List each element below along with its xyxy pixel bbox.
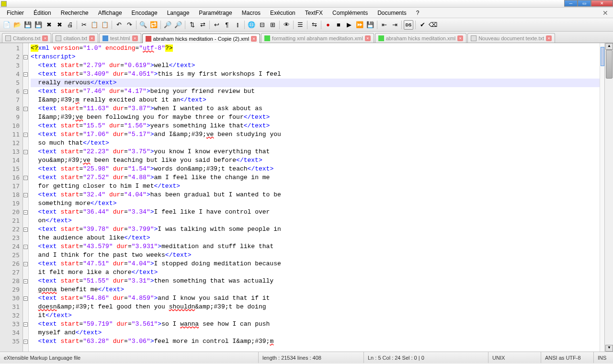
minimize-button[interactable]: ─ xyxy=(564,0,578,7)
tab-close-icon[interactable]: × xyxy=(89,35,95,41)
minimap[interactable] xyxy=(600,43,604,352)
code-line[interactable]: <text start="54.86" dur="4.859">and I kn… xyxy=(31,294,600,303)
abc-icon[interactable]: ✔ xyxy=(418,20,427,30)
tab-close-icon[interactable]: × xyxy=(251,36,257,42)
hide-lines-icon[interactable]: 👁 xyxy=(282,20,291,30)
tab-close-icon[interactable]: × xyxy=(457,35,463,41)
zoom-out-icon[interactable]: 🔎 xyxy=(173,20,183,30)
stop-macro-icon[interactable]: ■ xyxy=(334,20,343,30)
close-icon[interactable]: ✖ xyxy=(44,20,54,30)
code-line[interactable]: I&amp;#39;ve been following you for mayb… xyxy=(31,113,600,122)
code-line[interactable]: it</text> xyxy=(31,311,600,320)
tab-nouveau-document-texte-txt[interactable]: Nouveau document texte.txt× xyxy=(467,33,555,43)
code-line[interactable]: <text start="15.5" dur="1.56">years some… xyxy=(31,122,600,130)
save-icon[interactable]: 💾 xyxy=(23,20,33,30)
unfold-icon[interactable]: ⊞ xyxy=(268,20,277,30)
tab-close-icon[interactable]: × xyxy=(42,35,48,41)
find-icon[interactable]: 🔍 xyxy=(138,20,148,30)
code-line[interactable]: something more</text> xyxy=(31,199,600,208)
show-all-icon[interactable]: ¶ xyxy=(222,20,232,30)
code-line[interactable]: <text start="63.28" dur="3.06">feel more… xyxy=(31,337,600,346)
func-list-icon[interactable]: ☰ xyxy=(295,20,305,30)
code-line[interactable]: you&amp;#39;ve been teaching but like yo… xyxy=(31,156,600,165)
menubar-close-icon[interactable]: ✕ xyxy=(600,9,611,17)
record-macro-icon[interactable]: ● xyxy=(323,20,333,30)
dspell-icon[interactable]: DS xyxy=(404,20,413,30)
redo-icon[interactable]: ↷ xyxy=(125,20,134,30)
new-file-icon[interactable]: 📄 xyxy=(2,20,11,30)
menu-macros[interactable]: Macros xyxy=(237,8,265,18)
save-macro-icon[interactable]: 💾 xyxy=(365,20,375,30)
menu-édition[interactable]: Édition xyxy=(29,8,56,18)
code-line[interactable]: <text start="47.51" dur="4.04">I stopped… xyxy=(31,260,600,268)
menu-compléments[interactable]: Compléments xyxy=(328,8,373,18)
code-line[interactable]: and I think for the past two weeks</text… xyxy=(31,251,600,260)
lang-icon[interactable]: 🌐 xyxy=(247,20,256,30)
code-line[interactable]: on</text> xyxy=(31,216,600,225)
scroll-thumb[interactable] xyxy=(606,50,613,79)
code-line[interactable]: <text start="2.79" dur="0.619">well</tex… xyxy=(31,61,600,70)
wrap-icon[interactable]: ↩ xyxy=(212,20,221,30)
indent-guide-icon[interactable]: ⫿ xyxy=(233,20,242,30)
code-line[interactable]: it felt more like a chore</text> xyxy=(31,268,600,277)
vertical-scrollbar[interactable]: ▲ ▼ xyxy=(604,43,613,352)
tab-citations-txt[interactable]: Citations.txt× xyxy=(2,33,51,43)
fold-icon[interactable]: ⊟ xyxy=(257,20,267,30)
open-file-icon[interactable]: 📂 xyxy=(12,20,22,30)
scroll-down-button[interactable]: ▼ xyxy=(605,345,613,352)
toggle-1-icon[interactable]: ⇤ xyxy=(379,20,389,30)
cut-icon[interactable]: ✂ xyxy=(79,20,89,30)
menu-fichier[interactable]: Fichier xyxy=(2,8,29,18)
code-line[interactable]: the audience about like</text> xyxy=(31,234,600,242)
code-line[interactable]: <transcript> xyxy=(31,53,600,61)
eraser-icon[interactable]: ⌫ xyxy=(428,20,438,30)
tab-test-html[interactable]: test.html× xyxy=(99,33,141,43)
close-button[interactable]: ✕ xyxy=(591,0,613,7)
code-line[interactable]: <text start="59.719" dur="3.561">so I wa… xyxy=(31,320,600,329)
code-line[interactable]: I&amp;#39;m really excited about it an</… xyxy=(31,96,600,104)
menu-encodage[interactable]: Encodage xyxy=(127,8,162,18)
code-line[interactable]: gonna benefit me</text> xyxy=(31,285,600,294)
copy-icon[interactable]: 📋 xyxy=(90,20,99,30)
code-line[interactable]: <text start="36.44" dur="3.34">I feel li… xyxy=(31,208,600,216)
menu-langage[interactable]: Langage xyxy=(162,8,194,18)
code-line[interactable]: <text start="43.579" dur="3.931">meditat… xyxy=(31,242,600,251)
zoom-in-icon[interactable]: 🔎 xyxy=(163,20,172,30)
fold-column[interactable]: − − − − − − − − − − − − − − − − xyxy=(23,43,29,352)
sync-v-icon[interactable]: ⇅ xyxy=(187,20,197,30)
maximize-button[interactable]: ▭ xyxy=(578,0,591,7)
code-line[interactable]: <text start="39.78" dur="3.799">I was ta… xyxy=(31,225,600,234)
undo-icon[interactable]: ↶ xyxy=(114,20,124,30)
tab-citation-txt[interactable]: citation.txt× xyxy=(52,33,98,43)
code-line[interactable]: <text start="7.46" dur="4.17">being your… xyxy=(31,87,600,96)
menu-documents[interactable]: Documents xyxy=(373,8,411,18)
toggle-2-icon[interactable]: ⇥ xyxy=(390,20,399,30)
code-line[interactable]: for getting closer to him I met</text> xyxy=(31,182,600,191)
play-macro-icon[interactable]: ▶ xyxy=(344,20,354,30)
compare-icon[interactable]: ⇆ xyxy=(309,20,319,30)
code-line[interactable]: <text start="51.55" dur="3.31">then some… xyxy=(31,277,600,285)
tab-close-icon[interactable]: × xyxy=(132,35,138,41)
tab-abraham-hicks-meditation-copie-2-xml[interactable]: abraham hicks meditation - Copie (2).xml… xyxy=(142,34,261,43)
code-line[interactable]: doesn&amp;#39;t feel good then you shoul… xyxy=(31,303,600,311)
code-area[interactable]: <?xml version="1.0" encoding="utf-8"?><t… xyxy=(29,43,600,352)
play-multi-icon[interactable]: ⏩ xyxy=(355,20,364,30)
close-all-icon[interactable]: ✖ xyxy=(55,20,64,30)
menu-recherche[interactable]: Recherche xyxy=(56,8,93,18)
save-all-icon[interactable]: 💾 xyxy=(34,20,43,30)
code-line[interactable]: myself and</text> xyxy=(31,329,600,337)
code-line[interactable]: <text start="11.63" dur="3.87">when I wa… xyxy=(31,104,600,113)
code-line[interactable]: <?xml version="1.0" encoding="utf-8"?> xyxy=(31,44,600,53)
tab-abraham-hicks-meditation-xml[interactable]: abraham hicks meditation.xml× xyxy=(375,33,467,43)
code-line[interactable]: <text start="25.98" dur="1.54">words don… xyxy=(31,165,600,173)
minimap-viewport[interactable] xyxy=(601,47,604,66)
sync-h-icon[interactable]: ⇄ xyxy=(198,20,207,30)
code-line[interactable]: really nervous</text> xyxy=(31,79,600,87)
code-line[interactable]: <text start="32.4" dur="4.04">has been g… xyxy=(31,191,600,199)
menu-paramétrage[interactable]: Paramétrage xyxy=(194,8,237,18)
code-line[interactable]: <text start="17.06" dur="5.17">and I&amp… xyxy=(31,130,600,139)
paste-icon[interactable]: 📋 xyxy=(100,20,110,30)
print-icon[interactable]: 🖨 xyxy=(65,20,75,30)
menu-?[interactable]: ? xyxy=(411,8,424,18)
scroll-up-button[interactable]: ▲ xyxy=(605,43,613,50)
